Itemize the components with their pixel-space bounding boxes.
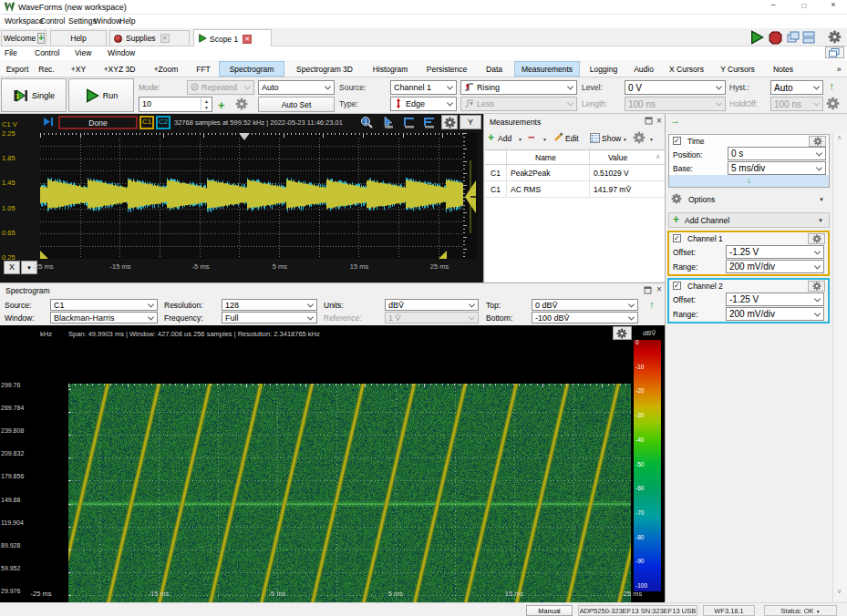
- measurement-row[interactable]: C1Peak2Peak0.51029 V: [485, 165, 665, 181]
- sp-frequency-combo[interactable]: Full: [222, 312, 317, 323]
- add-tab-button[interactable]: +: [37, 33, 45, 44]
- holdoff-combo[interactable]: 100 ns: [770, 97, 823, 111]
- menu-item-help[interactable]: Help: [119, 16, 135, 26]
- stop-all-button[interactable]: [769, 31, 782, 45]
- base-combo[interactable]: 5 ms/div: [728, 161, 826, 175]
- cascade-windows-button[interactable]: [802, 31, 815, 44]
- close-panel-icon[interactable]: ×: [656, 116, 662, 126]
- view-tab-spectrogram[interactable]: Spectrogram: [219, 61, 284, 77]
- tile-windows-button[interactable]: [787, 31, 800, 44]
- measurement-row[interactable]: C1AC RMS141.97 mV̌: [485, 181, 665, 198]
- add-measure-plus-icon[interactable]: +: [488, 131, 494, 144]
- scope-plot-canvas[interactable]: [40, 133, 463, 259]
- table-scroll-up-icon[interactable]: ∧: [656, 153, 660, 160]
- view-tab-measurements[interactable]: Measurements: [514, 61, 580, 77]
- sp-units-combo[interactable]: dBV̌: [385, 299, 479, 311]
- add-dropdown-icon[interactable]: ▼: [518, 137, 522, 142]
- spectrogram-canvas[interactable]: [68, 384, 631, 616]
- sp-source-combo[interactable]: C1: [50, 299, 158, 311]
- menu-item-window[interactable]: Window: [94, 16, 121, 26]
- time-checkbox[interactable]: ✓: [673, 137, 681, 145]
- remove-dropdown-icon[interactable]: ▼: [542, 137, 547, 142]
- view-tab--[interactable]: »: [832, 61, 846, 77]
- position-combo[interactable]: 0 s: [728, 147, 826, 160]
- sp-bottom-combo[interactable]: -100 dBV̌: [532, 312, 638, 323]
- float-panel-icon[interactable]: [645, 117, 653, 125]
- channel-checkbox[interactable]: ✓: [673, 282, 681, 290]
- view-tab-persistence[interactable]: Persistence: [419, 61, 474, 77]
- cursor-arrow-icon[interactable]: [383, 116, 396, 128]
- view-tab-x-cursors[interactable]: X Cursors: [664, 61, 709, 77]
- channel-gear-button[interactable]: [808, 233, 825, 244]
- run-all-button[interactable]: [749, 30, 764, 45]
- view-tab-export[interactable]: Export: [2, 61, 33, 77]
- mode-combo[interactable]: HRepeated: [187, 80, 254, 95]
- edit-pencil-icon[interactable]: [553, 132, 563, 144]
- time-apply-bar[interactable]: ↓: [669, 175, 829, 187]
- range-combo[interactable]: 200 mV/div: [726, 260, 824, 273]
- close-tab-icon[interactable]: ✕: [160, 34, 170, 43]
- view-tab-data[interactable]: Data: [478, 61, 511, 77]
- view-tab--xy[interactable]: +XY: [64, 61, 93, 77]
- filemenu-item-control[interactable]: Control: [35, 48, 59, 57]
- channel-gear-button[interactable]: [808, 281, 825, 292]
- single-button[interactable]: 1Single: [1, 78, 67, 112]
- view-tab-fft[interactable]: FFT: [190, 61, 217, 77]
- close-panel-icon[interactable]: ×: [656, 284, 662, 294]
- trigger-gear-icon[interactable]: [235, 98, 248, 110]
- view-tab-histogram[interactable]: Histogram: [365, 61, 416, 77]
- trigger-auto-combo[interactable]: Auto: [258, 80, 335, 95]
- tab-welcome[interactable]: Welcome+: [1, 30, 46, 46]
- restore-layout-button[interactable]: [825, 46, 844, 58]
- apply-arrow-icon[interactable]: →: [670, 115, 680, 126]
- sp-reference-combo[interactable]: 1 V̌: [385, 312, 479, 323]
- slope-combo[interactable]: Rising: [460, 80, 577, 95]
- minimize-button[interactable]: –: [759, 0, 788, 15]
- close-tab-icon[interactable]: ✕: [243, 35, 252, 44]
- view-tab-rec-[interactable]: Rec.: [35, 61, 58, 77]
- count-spinbox[interactable]: 10▲▼: [139, 97, 212, 112]
- close-button[interactable]: ×: [820, 0, 847, 15]
- spin-down-icon[interactable]: ▼: [204, 105, 209, 110]
- show-dropdown-icon[interactable]: ▼: [623, 137, 627, 142]
- view-tab--zoom[interactable]: +Zoom: [146, 61, 186, 77]
- time-gear-button[interactable]: [809, 136, 826, 147]
- level-combo[interactable]: 0 V: [625, 80, 726, 95]
- right-scrollbar[interactable]: [832, 132, 847, 601]
- hyst-combo[interactable]: Auto: [770, 80, 823, 95]
- scope-x-button[interactable]: X: [4, 261, 20, 274]
- auto-set-button[interactable]: Auto Set: [258, 97, 335, 112]
- measure-gear-icon[interactable]: [633, 131, 646, 146]
- scope-ch1-box[interactable]: C1: [139, 116, 154, 129]
- menu-item-workspace[interactable]: Workspace: [5, 16, 43, 26]
- scroll-up-icon[interactable]: ∧: [837, 134, 842, 141]
- offset-combo[interactable]: -1.25 V: [726, 245, 824, 259]
- add-trigger-plus-icon[interactable]: +: [218, 98, 225, 112]
- tab-help[interactable]: Help: [50, 30, 107, 46]
- zoom-in-icon[interactable]: 1: [359, 116, 374, 128]
- main-settings-gear-icon[interactable]: [828, 30, 842, 44]
- offset-combo[interactable]: -1.25 V: [726, 293, 824, 306]
- sp-window-combo[interactable]: Blackman-Harris: [50, 312, 158, 323]
- run-button[interactable]: Run: [68, 78, 134, 112]
- gear-dropdown-icon[interactable]: ▼: [649, 137, 654, 142]
- scope-expand-icon[interactable]: [43, 117, 55, 127]
- edit-label[interactable]: Edit: [565, 134, 579, 143]
- scope-y-button[interactable]: Y: [460, 115, 481, 129]
- trigger-pos2-icon[interactable]: [423, 116, 436, 128]
- channel-checkbox[interactable]: ✓: [673, 234, 681, 242]
- length-combo[interactable]: 100 ns: [625, 97, 726, 111]
- tab-supplies[interactable]: Supplies✕: [109, 30, 190, 46]
- view-tab--xyz-3d[interactable]: +XYZ 3D: [97, 61, 142, 77]
- filemenu-item-window[interactable]: Window: [108, 48, 135, 57]
- trigger-up-arrow-icon[interactable]: ↑: [829, 80, 834, 93]
- maximize-button[interactable]: □: [790, 0, 819, 15]
- scroll-down-icon[interactable]: ∨: [837, 588, 842, 595]
- add-measure-label[interactable]: Add: [498, 134, 511, 143]
- tab-scope[interactable]: Scope 1✕: [193, 29, 272, 47]
- view-tab-y-cursors[interactable]: Y Cursors: [713, 61, 762, 77]
- range-combo[interactable]: 200 mV/div: [726, 307, 824, 321]
- manual-trigger-button[interactable]: Manual Trigger: [526, 605, 573, 616]
- view-tab-spectrogram-3d[interactable]: Spectrogram 3D: [288, 61, 361, 77]
- scope-ch2-box[interactable]: C2: [156, 116, 170, 129]
